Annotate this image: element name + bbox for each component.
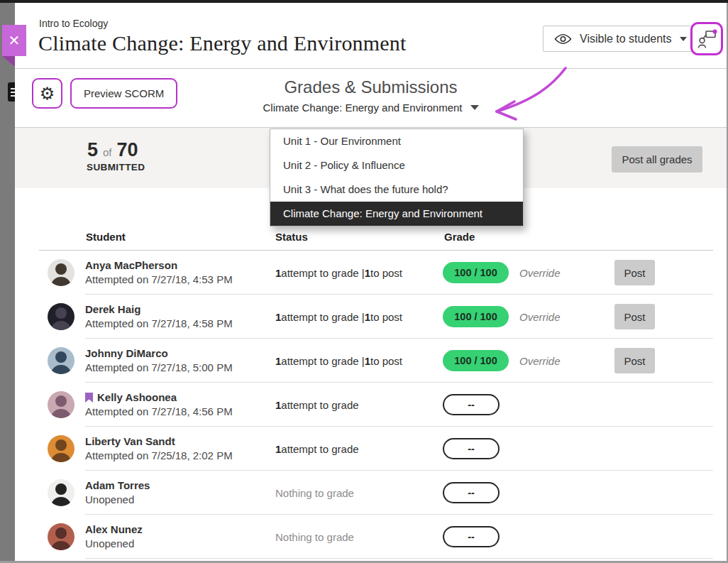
avatar	[48, 391, 75, 418]
dropdown-menu-item[interactable]: Unit 2 - Policy & Influence	[270, 153, 523, 177]
course-name: Intro to Ecology	[39, 18, 108, 29]
of-label: of	[103, 146, 112, 158]
post-all-grades-button[interactable]: Post all grades	[612, 146, 702, 173]
student-name[interactable]: Liberty Van Sandt	[85, 435, 175, 447]
total-number: 70	[117, 139, 138, 161]
status-cell: Nothing to grade	[275, 515, 354, 559]
notifications-button[interactable]	[690, 22, 723, 55]
override-label: Override	[519, 355, 561, 367]
status-cell: 1 attempt to grade	[275, 427, 359, 471]
student-name[interactable]: Alex Nunez	[85, 523, 143, 535]
status-cell: 1 attempt to grade | 1 to post	[275, 339, 402, 383]
grade-pill[interactable]: --	[443, 438, 500, 459]
column-header-student: Student	[86, 231, 126, 243]
close-button[interactable]: ✕	[2, 25, 26, 56]
attempt-detail: Attempted on 7/27/18, 4:56 PM	[85, 405, 233, 419]
grade-cell: 100 / 100 Override	[443, 295, 561, 339]
table-row: Kelly Ashoonea Attempted on 7/27/18, 4:5…	[15, 383, 727, 427]
student-identity: Liberty Van Sandt Attempted on 7/25/18, …	[85, 434, 233, 463]
dropdown-menu-item[interactable]: Unit 3 - What does the future hold?	[270, 177, 523, 202]
avatar	[48, 347, 75, 374]
status-cell: Nothing to grade	[275, 471, 354, 515]
attempt-detail: Unopened	[85, 493, 150, 507]
grade-cell: 100 / 100 Override	[443, 251, 561, 295]
status-cell: 1 attempt to grade | 1 to post	[275, 251, 402, 295]
post-button[interactable]: Post	[614, 260, 655, 285]
student-identity: Alex Nunez Unopened	[85, 523, 143, 551]
post-button[interactable]: Post	[614, 348, 655, 373]
student-name[interactable]: Johnny DiMarco	[85, 347, 168, 359]
student-name[interactable]: Kelly Ashoonea	[97, 391, 177, 403]
post-button[interactable]: Post	[614, 304, 655, 329]
grade-pill[interactable]: --	[443, 482, 500, 503]
status-cell: 1 attempt to grade	[275, 383, 359, 427]
app-window: ✕ Intro to Ecology Climate Change: Energ…	[0, 0, 728, 563]
table-row: Derek Haig Attempted on 7/27/18, 4:58 PM…	[15, 295, 727, 339]
table-row: Adam Torres Unopened Nothing to grade --	[15, 471, 727, 515]
grade-cell: 100 / 100 Override	[443, 339, 561, 383]
table-rows: Anya MacPherson Attempted on 7/27/18, 4:…	[15, 251, 727, 559]
eye-icon	[554, 33, 572, 45]
content-selector[interactable]: Climate Change: Energy and Environment	[15, 102, 727, 114]
grade-pill[interactable]: 100 / 100	[443, 306, 509, 327]
chevron-down-icon	[470, 105, 479, 110]
grade-pill[interactable]: --	[443, 394, 500, 415]
submitted-caption: SUBMITTED	[87, 162, 145, 173]
student-name[interactable]: Adam Torres	[85, 479, 150, 491]
override-label: Override	[519, 267, 561, 279]
table-row: Alex Nunez Unopened Nothing to grade --	[15, 515, 727, 559]
student-name[interactable]: Anya MacPherson	[85, 259, 177, 271]
grade-pill[interactable]: 100 / 100	[443, 350, 509, 371]
student-identity: Derek Haig Attempted on 7/27/18, 4:58 PM	[85, 302, 233, 331]
student-identity: Kelly Ashoonea Attempted on 7/27/18, 4:5…	[85, 390, 233, 419]
attempt-detail: Attempted on 7/27/18, 5:00 PM	[85, 361, 233, 375]
page-header: Intro to Ecology Climate Change: Energy …	[15, 3, 727, 69]
attempt-detail: Unopened	[85, 537, 143, 551]
raise-hand-notification-icon	[696, 28, 718, 50]
column-header-grade: Grade	[444, 231, 475, 243]
content-selector-value: Climate Change: Energy and Environment	[263, 102, 463, 114]
flag-icon	[85, 393, 93, 403]
dropdown-menu-item[interactable]: Climate Change: Energy and Environment	[270, 202, 523, 226]
window-frame-top	[0, 0, 728, 3]
table-row: Liberty Van Sandt Attempted on 7/25/18, …	[15, 427, 727, 471]
scorm-toolbar: ⚙ Preview SCORM Grades & Submissions Cli…	[15, 69, 727, 128]
student-identity: Anya MacPherson Attempted on 7/27/18, 4:…	[85, 258, 233, 287]
avatar	[48, 303, 75, 330]
grade-pill[interactable]: 100 / 100	[443, 262, 509, 283]
grade-cell: --	[443, 427, 500, 471]
page-title: Climate Change: Energy and Environment	[38, 31, 407, 55]
avatar	[48, 523, 75, 550]
dropdown-menu-item[interactable]: Unit 1 - Our Environment	[270, 129, 523, 153]
close-icon: ✕	[9, 33, 21, 48]
override-label: Override	[519, 311, 561, 323]
avatar	[48, 435, 75, 462]
visibility-label: Visible to students	[580, 33, 672, 45]
column-header-status: Status	[275, 231, 308, 243]
grade-cell: --	[443, 383, 500, 427]
attempt-detail: Attempted on 7/27/18, 4:58 PM	[85, 317, 233, 331]
submitted-number: 5	[87, 139, 98, 161]
avatar	[48, 479, 75, 506]
grade-pill[interactable]: --	[443, 526, 500, 547]
grades-table: Student Status Grade Anya MacPherson Att…	[15, 188, 727, 561]
table-row: Anya MacPherson Attempted on 7/27/18, 4:…	[15, 251, 727, 295]
section-heading: Grades & Submissions	[15, 77, 727, 97]
table-row: Johnny DiMarco Attempted on 7/27/18, 5:0…	[15, 339, 727, 383]
attempt-detail: Attempted on 7/27/18, 4:53 PM	[85, 273, 233, 287]
grade-cell: --	[443, 471, 500, 515]
visibility-dropdown-button[interactable]: Visible to students	[543, 26, 698, 52]
status-cell: 1 attempt to grade | 1 to post	[275, 295, 402, 339]
student-name[interactable]: Derek Haig	[85, 303, 140, 315]
submitted-count: 5 of 70	[87, 139, 138, 161]
avatar	[48, 259, 75, 286]
attempt-detail: Attempted on 7/25/18, 2:02 PM	[85, 449, 233, 463]
student-identity: Adam Torres Unopened	[85, 479, 150, 507]
grade-cell: --	[443, 515, 500, 559]
student-identity: Johnny DiMarco Attempted on 7/27/18, 5:0…	[85, 346, 233, 375]
content-dropdown-menu: Unit 1 - Our EnvironmentUnit 2 - Policy …	[270, 129, 524, 226]
chevron-down-icon	[680, 37, 687, 41]
